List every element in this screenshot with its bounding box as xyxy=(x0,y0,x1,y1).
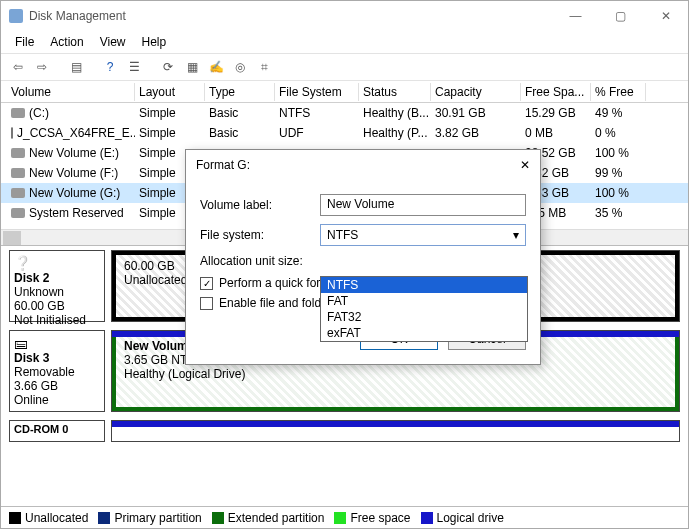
panel-icon[interactable]: ▤ xyxy=(65,56,87,78)
list-header: Volume Layout Type File System Status Ca… xyxy=(1,81,688,103)
legend-swatch-unallocated xyxy=(9,512,21,524)
legend-swatch-logical xyxy=(421,512,433,524)
forward-icon[interactable]: ⇨ xyxy=(31,56,53,78)
back-icon[interactable]: ⇦ xyxy=(7,56,29,78)
disk-management-window: Disk Management — ▢ ✕ File Action View H… xyxy=(0,0,689,529)
action3-icon[interactable]: ◎ xyxy=(229,56,251,78)
col-status[interactable]: Status xyxy=(359,83,431,101)
menu-help[interactable]: Help xyxy=(136,33,173,51)
list-item[interactable]: (C:) SimpleBasic NTFSHealthy (B... 30.91… xyxy=(1,103,688,123)
col-fs[interactable]: File System xyxy=(275,83,359,101)
dropdown-option-ntfs[interactable]: NTFS xyxy=(321,277,527,293)
cdrom-body xyxy=(111,420,680,442)
maximize-button[interactable]: ▢ xyxy=(598,2,643,30)
help-icon[interactable]: ? xyxy=(99,56,121,78)
app-icon xyxy=(9,9,23,23)
dropdown-option-fat[interactable]: FAT xyxy=(321,293,527,309)
file-system-dropdown: NTFS FAT FAT32 exFAT xyxy=(320,276,528,342)
action1-icon[interactable]: ▦ xyxy=(181,56,203,78)
checkbox-checked-icon: ✓ xyxy=(200,277,213,290)
volume-label-input[interactable]: New Volume xyxy=(320,194,526,216)
close-button[interactable]: ✕ xyxy=(643,2,688,30)
window-title: Disk Management xyxy=(29,9,553,23)
chevron-down-icon: ▾ xyxy=(513,228,519,242)
file-system-label: File system: xyxy=(200,228,320,242)
action2-icon[interactable]: ✍ xyxy=(205,56,227,78)
format-dialog: Format G: ✕ Volume label: New Volume Fil… xyxy=(185,149,541,365)
disk-icon xyxy=(11,188,25,198)
minimize-button[interactable]: — xyxy=(553,2,598,30)
col-free[interactable]: Free Spa... xyxy=(521,83,591,101)
menu-action[interactable]: Action xyxy=(44,33,89,51)
dialog-title: Format G: xyxy=(196,158,520,172)
refresh-icon[interactable]: ⟳ xyxy=(157,56,179,78)
disk-row-cdrom: CD-ROM 0 xyxy=(9,420,680,442)
col-layout[interactable]: Layout xyxy=(135,83,205,101)
disk-icon xyxy=(11,148,25,158)
menu-view[interactable]: View xyxy=(94,33,132,51)
col-pct[interactable]: % Free xyxy=(591,83,646,101)
cdrom-header[interactable]: CD-ROM 0 xyxy=(9,420,105,442)
dvd-icon xyxy=(11,127,13,139)
file-system-select[interactable]: NTFS ▾ xyxy=(320,224,526,246)
legend-swatch-primary xyxy=(98,512,110,524)
menu-file[interactable]: File xyxy=(9,33,40,51)
checkbox-unchecked-icon xyxy=(200,297,213,310)
legend-swatch-free xyxy=(334,512,346,524)
titlebar: Disk Management — ▢ ✕ xyxy=(1,1,688,31)
toolbar: ⇦ ⇨ ▤ ? ☰ ⟳ ▦ ✍ ◎ ⌗ xyxy=(1,53,688,81)
col-volume[interactable]: Volume xyxy=(7,83,135,101)
window-controls: — ▢ ✕ xyxy=(553,2,688,30)
col-capacity[interactable]: Capacity xyxy=(431,83,521,101)
view-icon[interactable]: ☰ xyxy=(123,56,145,78)
action4-icon[interactable]: ⌗ xyxy=(253,56,275,78)
disk-icon xyxy=(11,208,25,218)
dropdown-option-fat32[interactable]: FAT32 xyxy=(321,309,527,325)
list-item[interactable]: J_CCSA_X64FRE_E... SimpleBasic UDFHealth… xyxy=(1,123,688,143)
legend-swatch-extended xyxy=(212,512,224,524)
dialog-titlebar: Format G: ✕ xyxy=(186,150,540,180)
disk-icon xyxy=(11,168,25,178)
col-type[interactable]: Type xyxy=(205,83,275,101)
volume-label-label: Volume label: xyxy=(200,198,320,212)
allocation-size-label: Allocation unit size: xyxy=(200,254,320,268)
legend: Unallocated Primary partition Extended p… xyxy=(1,506,688,528)
menubar: File Action View Help xyxy=(1,31,688,53)
disk3-header[interactable]: 🖴 Disk 3 Removable 3.66 GB Online xyxy=(9,330,105,412)
help-overlay-icon: ❔ xyxy=(14,255,100,271)
dialog-close-icon[interactable]: ✕ xyxy=(520,158,530,172)
dropdown-option-exfat[interactable]: exFAT xyxy=(321,325,527,341)
disk-icon: 🖴 xyxy=(14,335,100,351)
disk-icon xyxy=(11,108,25,118)
disk2-header[interactable]: ❔ Disk 2 Unknown 60.00 GB Not Initialise… xyxy=(9,250,105,322)
